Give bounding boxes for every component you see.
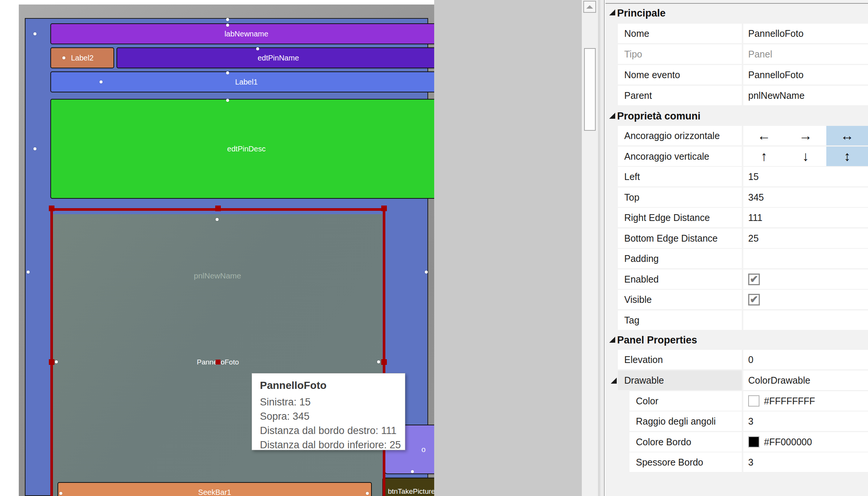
prop-value[interactable] <box>743 310 868 330</box>
prop-label: Raggio degli angoli <box>629 411 742 431</box>
prop-row-elevation: Elevation 0 <box>618 350 868 369</box>
anchor-dot[interactable] <box>425 271 428 274</box>
section-header-principale[interactable]: Principale <box>617 8 666 19</box>
enabled-checkbox[interactable]: ✔ <box>748 274 760 285</box>
prop-label: Visible <box>618 290 742 309</box>
selection-border-right <box>383 208 385 496</box>
prop-row-color: Color #FFFFFFFF <box>618 391 868 411</box>
arrow-up-icon <box>586 5 593 9</box>
anchor-dot[interactable] <box>226 24 229 27</box>
tooltip-line-left: Sinistra: 15 <box>260 395 405 409</box>
tooltip-line-bottom: Distanza dal bordo inferiore: 25 <box>260 438 405 452</box>
anchor-dot[interactable] <box>33 147 36 150</box>
prop-value[interactable]: PannelloFoto <box>743 24 868 43</box>
properties-panel-top-border <box>605 3 868 4</box>
button-btntakepicture-text: btnTakePicture <box>388 487 434 496</box>
prop-row-spessore-bordo: Spessore Bordo 3 <box>618 452 868 472</box>
prop-label: Colore Bordo <box>629 432 742 452</box>
prop-label: Nome evento <box>618 65 742 85</box>
prop-value[interactable]: ColorDrawable <box>743 370 868 390</box>
prop-label: Ancoraggio verticale <box>618 147 742 166</box>
prop-value[interactable]: #FFFFFFFF <box>764 396 815 407</box>
scrollbar-thumb[interactable] <box>584 48 596 131</box>
color-swatch-black[interactable] <box>748 436 759 448</box>
anchor-down-button[interactable]: ↓ <box>785 147 827 166</box>
prop-row-visible: Visible ✔ <box>618 290 868 309</box>
label-label1[interactable]: Label1 <box>50 71 434 92</box>
prop-label: Tipo <box>618 44 742 64</box>
prop-value[interactable]: #FF000000 <box>764 437 812 448</box>
panel-pnlnewname-label: pnlNewName <box>53 271 382 280</box>
tooltip-title: PannelloFoto <box>260 380 405 392</box>
prop-row-right-edge-distance: Right Edge Distance 111 <box>618 208 868 227</box>
prop-label: Parent <box>618 86 742 105</box>
seekbar-seekbar1-text: SeekBar1 <box>198 488 231 496</box>
resize-handle-top-right[interactable] <box>381 206 387 211</box>
prop-row-top: Top 345 <box>618 188 868 207</box>
anchor-dot[interactable] <box>377 360 380 363</box>
panel-pnlnewname[interactable] <box>53 214 382 496</box>
prop-value[interactable]: 3 <box>743 452 868 472</box>
edittext-edtpindesc[interactable]: edtPinDesc <box>50 99 434 199</box>
anchor-dot[interactable] <box>216 218 219 221</box>
section-header-proprieta-comuni[interactable]: Proprietà comuni <box>617 110 700 122</box>
anchor-dot[interactable] <box>27 271 30 274</box>
resize-handle-mid-left[interactable] <box>49 359 54 365</box>
anchor-both-horizontal-button[interactable]: ↔ <box>826 126 868 145</box>
anchor-dot[interactable] <box>59 492 62 495</box>
prop-row-left: Left 15 <box>618 167 868 186</box>
prop-label: Ancoraggio orizzontale <box>618 126 742 145</box>
prop-value[interactable]: PannelloFoto <box>743 65 868 85</box>
label-labnewname[interactable]: labNewname <box>50 23 434 44</box>
prop-row-drawable: Drawable ColorDrawable <box>618 370 868 390</box>
prop-value[interactable]: pnlNewName <box>743 86 868 105</box>
anchor-dot[interactable] <box>55 360 58 363</box>
anchor-dot[interactable] <box>33 32 36 35</box>
prop-value[interactable]: 25 <box>743 228 868 248</box>
prop-value[interactable]: 3 <box>743 411 868 431</box>
resize-handle-top-center[interactable] <box>215 206 221 211</box>
edittext-edtpindesc-text: edtPinDesc <box>227 145 266 153</box>
selection-tooltip: PannelloFoto Sinistra: 15 Sopra: 345 Dis… <box>252 373 405 450</box>
color-swatch-white[interactable] <box>748 395 759 407</box>
prop-row-nome-evento: Nome evento PannelloFoto <box>618 65 868 85</box>
panel-small-purple-text: o <box>421 445 426 454</box>
label-label2[interactable]: Label2 <box>50 47 114 68</box>
pane-splitter-strip <box>600 0 605 496</box>
resize-handle-mid-right[interactable] <box>381 359 387 365</box>
prop-label: Top <box>618 188 742 207</box>
prop-value[interactable]: 15 <box>743 167 868 186</box>
prop-label[interactable]: Drawable <box>618 370 742 390</box>
prop-label: Bottom Edge Distance <box>618 228 742 248</box>
anchor-dot[interactable] <box>411 470 414 473</box>
button-btntakepicture[interactable]: btnTakePicture <box>382 478 434 496</box>
anchor-both-vertical-button[interactable]: ↕ <box>826 147 868 166</box>
prop-value[interactable]: 0 <box>743 350 868 369</box>
visible-checkbox[interactable]: ✔ <box>748 294 760 305</box>
seekbar-seekbar1[interactable]: SeekBar1 <box>57 482 372 496</box>
prop-label: Color <box>629 391 742 411</box>
prop-value[interactable]: 111 <box>743 208 868 227</box>
prop-row-enabled: Enabled ✔ <box>618 269 868 289</box>
section-header-panel-properties[interactable]: Panel Properties <box>617 334 697 346</box>
anchor-dot[interactable] <box>366 492 369 495</box>
anchor-dot[interactable] <box>226 99 229 102</box>
prop-value[interactable]: 345 <box>743 188 868 207</box>
anchor-right-button[interactable]: → <box>785 126 827 145</box>
anchor-dot[interactable] <box>226 71 229 74</box>
anchor-dot[interactable] <box>100 80 103 83</box>
anchor-up-button[interactable]: ↑ <box>743 147 785 166</box>
anchor-dot[interactable] <box>226 18 229 21</box>
resize-handle-top-left[interactable] <box>49 206 54 211</box>
prop-row-tag: Tag <box>618 310 868 330</box>
selection-border-left <box>50 208 53 496</box>
scrollbar-up-button[interactable] <box>583 1 596 13</box>
move-handle-center[interactable] <box>216 360 220 364</box>
prop-label: Spessore Bordo <box>629 452 742 472</box>
anchor-dot[interactable] <box>62 56 65 59</box>
prop-row-parent: Parent pnlNewName <box>618 86 868 105</box>
anchor-dot[interactable] <box>256 47 259 50</box>
edittext-edtpinname[interactable]: edtPinName <box>116 47 434 68</box>
anchor-left-button[interactable]: ← <box>743 126 785 145</box>
prop-value[interactable] <box>743 249 868 268</box>
